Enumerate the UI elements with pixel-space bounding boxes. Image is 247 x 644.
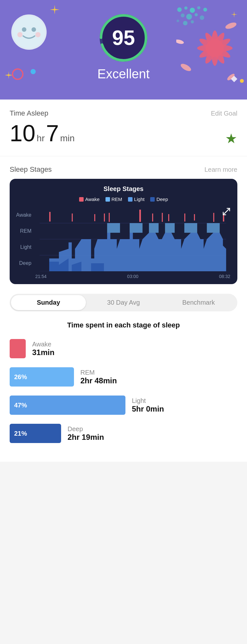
awake-info: Awake 31min: [32, 341, 54, 357]
svg-point-27: [17, 32, 23, 37]
chart-y-labels: Awake REM Light Deep: [16, 207, 35, 279]
svg-rect-47: [168, 214, 169, 221]
svg-rect-46: [162, 213, 163, 222]
dot-blue-decoration: [31, 69, 36, 75]
sparkle-decoration: [50, 5, 59, 16]
svg-rect-39: [49, 212, 50, 222]
svg-rect-43: [109, 213, 110, 222]
svg-point-1: [184, 6, 188, 10]
rem-name: REM: [80, 369, 117, 376]
light-dot: [128, 197, 133, 202]
rem-percent: 26%: [14, 373, 27, 381]
svg-point-29: [13, 69, 23, 79]
expand-icon[interactable]: [222, 207, 231, 217]
svg-marker-59: [165, 223, 175, 233]
svg-rect-44: [139, 210, 141, 222]
dot-yellow-decoration: [240, 78, 244, 84]
sleep-chart-container: Sleep Stages Awake REM Light Deep: [10, 179, 237, 284]
svg-point-22: [176, 39, 184, 45]
time-display: 10 hr 7 min: [10, 120, 75, 146]
tab-benchmark[interactable]: Benchmark: [161, 295, 236, 310]
light-name: Light: [132, 397, 164, 405]
light-time: 5hr 0min: [132, 405, 164, 413]
svg-point-28: [35, 32, 41, 37]
deep-dot: [150, 197, 155, 202]
y-label-rem: REM: [16, 228, 32, 234]
rem-bar: 26%: [10, 367, 74, 387]
svg-point-30: [31, 69, 36, 74]
divider-1: [0, 156, 247, 156]
y-label-deep: Deep: [16, 260, 32, 266]
svg-point-31: [240, 79, 244, 83]
hours-unit: hr: [37, 133, 45, 144]
chart-title: Sleep Stages: [16, 185, 231, 193]
awake-bar: [10, 339, 26, 358]
chart-x-labels: 21:54 03:00 08:32: [35, 274, 231, 279]
stage-row-light: 47% Light 5hr 0min: [10, 396, 237, 415]
chart-svg-wrapper: 21:54 03:00 08:32: [35, 207, 231, 279]
y-label-light: Light: [16, 244, 32, 250]
legend-rem-label: REM: [112, 196, 122, 202]
sleep-chart-svg[interactable]: [35, 207, 231, 271]
svg-line-63: [223, 212, 226, 215]
chart-legend: Awake REM Light Deep: [16, 196, 231, 202]
svg-marker-58: [149, 223, 159, 233]
x-label-mid: 03:00: [127, 274, 138, 279]
svg-marker-61: [207, 223, 220, 233]
svg-point-25: [22, 27, 26, 32]
stage-row-rem: 26% REM 2hr 48min: [10, 367, 237, 387]
stage-row-awake: Awake 31min: [10, 339, 237, 358]
score-circle: 95: [98, 12, 149, 64]
breakdown-title: Time spent in each stage of sleep: [10, 321, 237, 329]
time-minutes: 7: [46, 120, 59, 146]
awake-time: 31min: [32, 348, 54, 357]
chart-area: Awake REM Light Deep: [16, 207, 231, 279]
tab-sunday[interactable]: Sunday: [11, 295, 86, 310]
edit-goal-link[interactable]: Edit Goal: [211, 110, 237, 117]
time-asleep-label: Time Asleep: [10, 109, 48, 117]
light-info: Light 5hr 0min: [132, 397, 164, 413]
stage-row-deep: 21% Deep 2hr 19min: [10, 424, 237, 443]
svg-point-0: [177, 7, 182, 12]
sleep-stages-label: Sleep Stages: [10, 165, 52, 174]
svg-marker-57: [130, 223, 142, 233]
svg-point-4: [203, 8, 207, 12]
time-hours: 10: [10, 120, 35, 146]
time-asleep-header: Time Asleep Edit Goal: [10, 109, 237, 117]
excellent-label: Excellent: [97, 67, 150, 81]
deep-bar-container: 21%: [10, 424, 61, 443]
circle-pink-decoration: [11, 68, 24, 82]
svg-rect-49: [194, 214, 195, 221]
diamond-decoration: [231, 76, 237, 83]
svg-point-19: [224, 21, 237, 30]
svg-marker-60: [184, 223, 197, 233]
content-section: Time Asleep Edit Goal 10 hr 7 min ★ Slee…: [0, 100, 247, 462]
x-label-start: 21:54: [35, 274, 47, 279]
tab-30day[interactable]: 30 Day Avg: [86, 295, 161, 310]
rem-time: 2hr 48min: [80, 376, 117, 385]
sleep-stages-section: Sleep Stages Learn more Sleep Stages Awa…: [10, 165, 237, 284]
rem-info: REM 2hr 48min: [80, 369, 117, 385]
deep-bar: 21%: [10, 424, 61, 443]
legend-deep: Deep: [150, 196, 168, 202]
sparkle-yellow-bottom: [5, 71, 13, 80]
svg-marker-56: [107, 223, 120, 233]
svg-marker-55: [91, 263, 104, 271]
sleep-stages-header: Sleep Stages Learn more: [10, 165, 237, 174]
star-icon: ★: [225, 131, 237, 146]
svg-point-24: [13, 16, 45, 48]
svg-point-26: [32, 27, 36, 32]
rem-bar-container: 26%: [10, 367, 74, 387]
legend-light-label: Light: [134, 196, 145, 202]
legend-rem: REM: [105, 196, 122, 202]
learn-more-link[interactable]: Learn more: [205, 166, 237, 173]
deep-name: Deep: [68, 425, 104, 433]
deep-info: Deep 2hr 19min: [68, 425, 104, 442]
svg-line-62: [226, 208, 230, 212]
score-number: 95: [112, 26, 135, 50]
awake-dot: [79, 197, 84, 202]
legend-deep-label: Deep: [156, 196, 168, 202]
y-label-awake: Awake: [16, 212, 32, 218]
legend-light: Light: [128, 196, 145, 202]
deep-percent: 21%: [14, 430, 27, 437]
